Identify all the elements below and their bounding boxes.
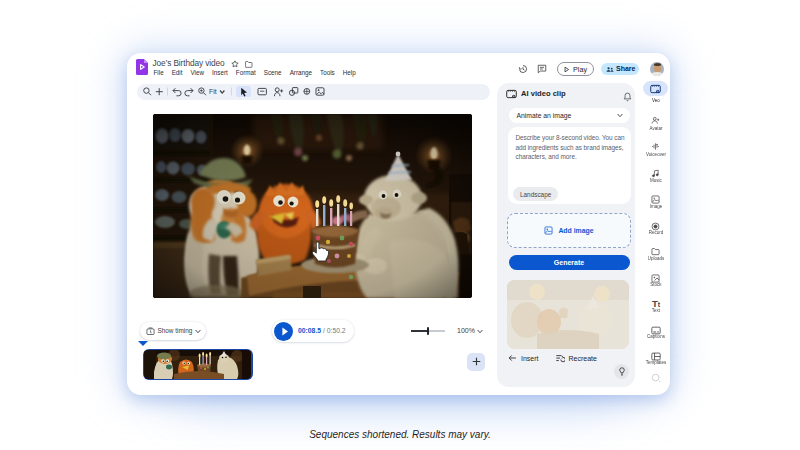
svg-text:Fit: Fit [209,88,217,95]
